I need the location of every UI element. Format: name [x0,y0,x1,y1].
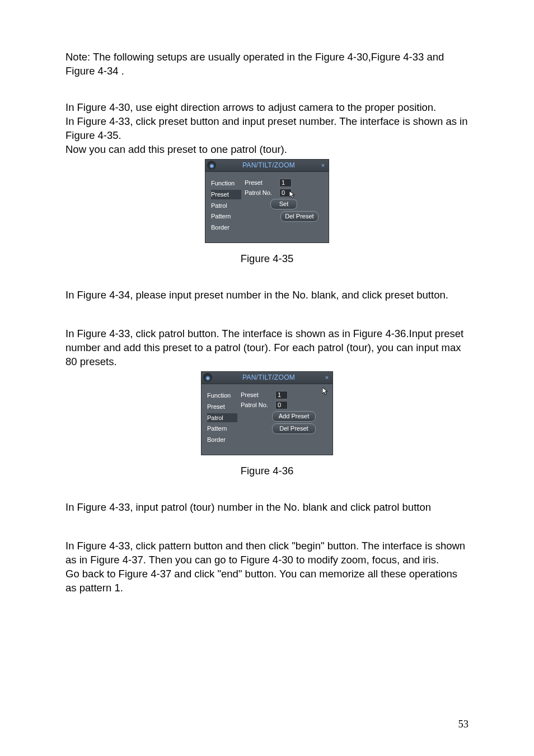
dialog-title: PAN/TILT/ZOOM [214,373,323,382]
note-paragraph: Note: The following setups are usually o… [65,50,469,78]
figure-4-35-caption: Figure 4-35 [65,252,469,266]
function-item-patrol[interactable]: Patrol [207,413,237,423]
preset-input[interactable] [275,391,288,399]
function-item-preset[interactable]: Preset [207,402,237,412]
paragraph-input-patrol-no: In Figure 4-33, input patrol (tour) numb… [65,501,469,515]
preset-label: Preset [241,391,273,399]
patrolno-input[interactable] [279,189,292,197]
preset-label: Preset [245,179,277,187]
dialog-logo-icon: ◉ [207,161,216,170]
dialog-title: PAN/TILT/ZOOM [218,161,319,170]
paragraph-preset-no-blank: In Figure 4-34, please input preset numb… [65,288,469,302]
dialog-titlebar: ◉ PAN/TILT/ZOOM × [205,160,329,172]
function-item-preset[interactable]: Preset [211,190,241,199]
page-number: 53 [458,718,469,730]
paragraph-proper-position: In Figure 4-30, use eight direction arro… [65,101,469,115]
close-icon[interactable]: × [319,161,327,169]
paragraph-pattern-end: Go back to Figure 4-37 and click "end" b… [65,567,469,595]
dialog-logo-icon: ◉ [203,373,212,382]
del-preset-button[interactable]: Del Preset [280,211,318,222]
set-button[interactable]: Set [270,199,297,209]
paragraph-pattern-begin: In Figure 4-33, click pattern button and… [65,539,469,567]
function-item-border[interactable]: Border [207,435,237,445]
figure-4-35-container: ◉ PAN/TILT/ZOOM × Function Preset Patrol… [65,159,469,243]
function-list: Function Preset Patrol Pattern Border [207,391,237,445]
ptz-dialog-35: ◉ PAN/TILT/ZOOM × Function Preset Patrol… [205,159,329,243]
cursor-icon [322,388,329,398]
ptz-dialog-36: ◉ PAN/TILT/ZOOM × Function Preset Patrol… [201,371,333,455]
function-item-function[interactable]: Function [207,391,237,400]
function-item-pattern[interactable]: Pattern [207,424,237,433]
patrolno-label: Patrol No. [241,401,273,409]
function-item-patrol[interactable]: Patrol [211,201,241,211]
preset-input[interactable] [279,179,292,187]
function-item-border[interactable]: Border [211,223,241,232]
function-list: Function Preset Patrol Pattern Border [211,179,241,232]
paragraph-add-preset: Now you can add this preset to one patro… [65,143,469,157]
paragraph-patrol-button: In Figure 4-33, click patrol button. The… [65,327,469,369]
function-item-function[interactable]: Function [211,179,241,188]
close-icon[interactable]: × [323,374,331,381]
patrolno-input[interactable] [275,401,288,409]
paragraph-preset-button: In Figure 4-33, click preset button and … [65,115,469,143]
add-preset-button[interactable]: Add Preset [272,411,316,422]
figure-4-36-caption: Figure 4-36 [65,464,469,478]
dialog-titlebar: ◉ PAN/TILT/ZOOM × [202,372,332,384]
figure-4-36-container: ◉ PAN/TILT/ZOOM × Function Preset Patrol… [65,371,469,455]
function-item-pattern[interactable]: Pattern [211,212,241,221]
del-preset-button[interactable]: Del Preset [272,423,316,434]
patrolno-label: Patrol No. [245,189,277,197]
